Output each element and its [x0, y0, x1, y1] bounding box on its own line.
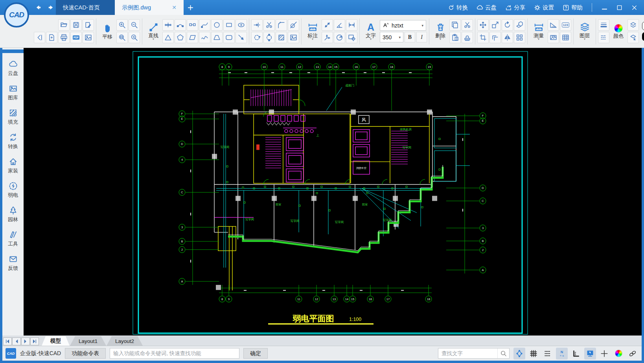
sidebar-item-home-design[interactable]: 家装 [2, 154, 24, 178]
color-picker-button[interactable]: 颜色 [609, 18, 627, 45]
image-measure-tool[interactable] [548, 32, 559, 43]
polygon-tool[interactable] [175, 32, 186, 43]
convert-button[interactable]: 转换 [444, 2, 471, 13]
search-icon[interactable] [497, 348, 509, 358]
sidebar-item-gallery[interactable]: 图库 [2, 81, 24, 105]
save-button[interactable] [70, 19, 82, 31]
count-tool[interactable]: 123 [560, 19, 571, 31]
linetype-button[interactable] [598, 32, 609, 43]
new-tab-button[interactable] [184, 0, 197, 15]
dimension-tool[interactable]: 标注▾ [304, 18, 322, 45]
open-file-button[interactable] [58, 19, 70, 31]
copy-tool[interactable] [449, 19, 461, 31]
trapezoid-tool[interactable] [211, 32, 223, 43]
rotate-tool[interactable] [502, 19, 513, 31]
zoom-previous-button[interactable] [129, 32, 140, 43]
tab-layout2[interactable]: Layout2 [107, 336, 143, 346]
exit-button[interactable] [34, 32, 45, 43]
extend-tool[interactable] [251, 19, 263, 31]
move-tool[interactable] [477, 19, 489, 31]
sidebar-item-landscape[interactable]: 园林 [2, 202, 24, 227]
zoom-out-button[interactable] [129, 19, 140, 31]
paste-tool[interactable] [449, 32, 461, 43]
ordinate-dimension-tool[interactable] [322, 32, 333, 43]
sidebar-item-weak-current[interactable]: 弱电 [2, 178, 24, 202]
new-file-button[interactable] [46, 32, 57, 43]
mirror-tool[interactable] [502, 32, 513, 43]
previous-layout-button[interactable] [12, 337, 21, 345]
link-button[interactable] [627, 348, 638, 359]
sidebar-item-convert[interactable]: 转换 [2, 129, 24, 154]
tab-home[interactable]: 快速CAD-首页 [56, 0, 115, 15]
donut-tool[interactable] [187, 19, 198, 31]
grid-toggle[interactable] [528, 348, 539, 359]
multiline-tool[interactable] [162, 19, 174, 31]
linear-dimension-tool[interactable] [346, 19, 357, 31]
layer-select-button[interactable] [627, 32, 639, 43]
maximize-button[interactable] [613, 2, 626, 13]
color-swatch[interactable] [642, 22, 644, 30]
clip-tool[interactable] [477, 32, 489, 43]
sidebar-item-feedback[interactable]: 反馈 [2, 251, 24, 275]
area-measure-tool[interactable] [548, 19, 559, 31]
tab-document[interactable]: 示例图.dwg ✕ [115, 0, 184, 15]
tangent-tool[interactable] [288, 19, 299, 31]
dimension-settings-button[interactable] [346, 32, 357, 43]
print-button[interactable] [58, 32, 70, 43]
layer-properties-button[interactable] [627, 19, 639, 31]
pan-tool[interactable]: 平移 [98, 18, 116, 45]
minimize-button[interactable] [598, 2, 611, 13]
spline-tool[interactable] [199, 19, 210, 31]
cloud-drive-button[interactable]: 云盘 [473, 2, 500, 13]
radius-dimension-tool[interactable] [334, 32, 345, 43]
revision-cloud-tool[interactable] [199, 32, 210, 43]
trim-tool[interactable] [263, 19, 275, 31]
find-text-input[interactable] [438, 348, 497, 358]
export-pdf-button[interactable]: PDF [70, 32, 82, 43]
object-snap-toggle[interactable] [513, 348, 525, 359]
background-color-button[interactable] [613, 348, 624, 359]
ellipse-tool[interactable] [236, 19, 247, 31]
sidebar-item-tools[interactable]: 工具 [2, 227, 24, 251]
hatch-tool[interactable] [276, 32, 287, 43]
cut-tool[interactable] [462, 19, 473, 31]
font-size-select[interactable]: 350▾ [380, 32, 403, 42]
app-logo[interactable]: CAD [4, 2, 29, 28]
delete-tool[interactable]: 删除▾ [431, 18, 449, 45]
measure-tool[interactable]: 测量▾ [530, 18, 548, 45]
help-button[interactable]: 帮助 [559, 2, 586, 13]
last-layout-button[interactable] [30, 337, 39, 345]
parallelogram-tool[interactable] [187, 32, 198, 43]
settings-button[interactable]: 设置 [530, 2, 558, 13]
confirm-button[interactable]: 确定 [243, 348, 268, 359]
ortho-toggle[interactable] [570, 348, 582, 359]
lineweight-button[interactable] [598, 19, 609, 31]
tab-model[interactable]: 模型 [42, 336, 70, 346]
break-tool[interactable] [263, 32, 275, 43]
bold-button[interactable]: B [405, 32, 415, 42]
back-arrow-icon[interactable] [33, 2, 43, 13]
3d-view-tool[interactable] [514, 19, 525, 31]
text-tool[interactable]: A 文字▾ [362, 18, 380, 45]
rectangle-tool[interactable] [223, 19, 235, 31]
arrow-tool[interactable] [236, 32, 247, 43]
offset-tool[interactable] [489, 32, 501, 43]
dot-grid-toggle[interactable] [542, 348, 554, 359]
rotate-copy-tool[interactable] [251, 32, 263, 43]
export-image-button[interactable] [83, 32, 94, 43]
triangle-tool[interactable] [162, 32, 174, 43]
zoom-window-button[interactable] [116, 32, 128, 43]
screen-mode-toggle[interactable] [584, 348, 596, 359]
tab-layout1[interactable]: Layout1 [70, 336, 106, 346]
array-tool[interactable] [514, 32, 525, 43]
drawing-canvas[interactable]: 8910111213141516171819891112131415161718… [24, 48, 642, 336]
forward-arrow-icon[interactable] [46, 2, 56, 13]
share-button[interactable]: 分享 [502, 2, 529, 13]
italic-button[interactable]: I [416, 32, 427, 42]
polyline-arc-tool[interactable] [175, 19, 186, 31]
circle-tool[interactable] [211, 19, 223, 31]
insert-image-tool[interactable] [288, 32, 299, 43]
crosshair-toggle[interactable] [598, 348, 610, 359]
aligned-dimension-tool[interactable] [322, 19, 333, 31]
rounded-rectangle-tool[interactable] [223, 32, 235, 43]
